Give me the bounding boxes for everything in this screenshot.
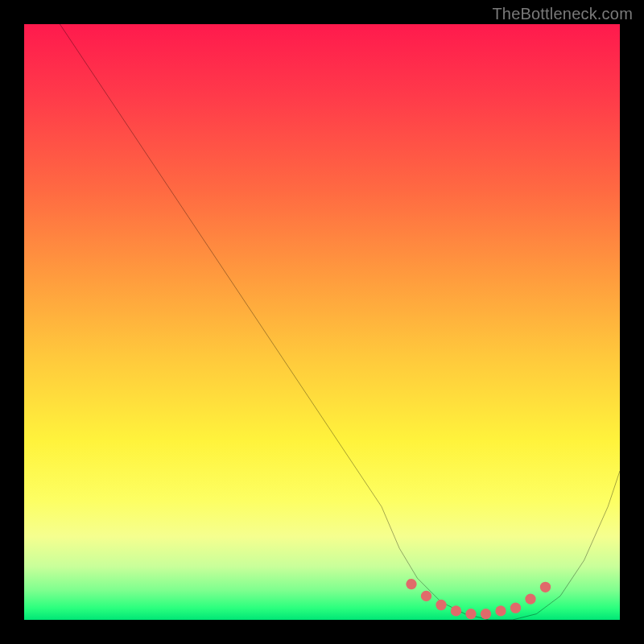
marker-dot [495,605,506,616]
marker-dot [540,582,551,592]
marker-dot [406,579,416,589]
bottleneck-curve [60,24,620,620]
marker-dot [510,603,521,613]
chart-svg [24,24,620,620]
watermark-text: TheBottleneck.com [492,5,633,23]
marker-dot [451,605,461,616]
plot-area [24,24,620,620]
chart-frame: TheBottleneck.com [0,0,644,644]
marker-dot [436,600,446,610]
marker-dot [421,591,431,601]
marker-dot [481,609,491,619]
optimal-zone-dots [406,579,551,619]
marker-dot [465,609,476,619]
marker-dot [525,593,535,604]
